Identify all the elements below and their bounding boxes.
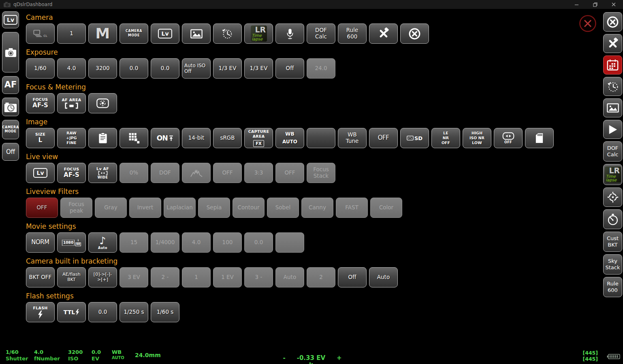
filter-sepia-button[interactable]: Sepia — [198, 198, 230, 218]
rail-lrtimelapse-button[interactable]: LRTimelapse — [603, 164, 622, 185]
rail-stopwatch-button[interactable] — [603, 209, 622, 229]
movie-shutter-button[interactable]: 1/4000 — [151, 232, 179, 253]
camera-mode-button[interactable]: CAMERA MODE — [119, 23, 148, 44]
memory-card-button[interactable] — [525, 128, 554, 148]
filter-fast-button[interactable]: FAST — [336, 198, 368, 218]
bkt-toggle-button[interactable]: BKT OFF — [26, 267, 55, 287]
long-exposure-nr-button[interactable]: LE NR OFF — [431, 128, 460, 148]
filter-canny-button[interactable]: Canny — [301, 198, 333, 218]
flash-button[interactable]: FLASH — [26, 302, 55, 322]
af-area-button[interactable]: AF AREA — [57, 93, 86, 113]
filter-focus-peak-button[interactable]: Focus peak — [60, 198, 92, 218]
focal-length-button[interactable]: 24.0 — [307, 58, 335, 79]
bkt-off-button[interactable]: Off — [338, 267, 367, 287]
aperture-button[interactable]: 4.0 — [57, 58, 86, 79]
flash-sync-speed-button[interactable]: 1/250 s — [119, 302, 148, 322]
bkt-1-button[interactable]: 1 — [182, 267, 211, 287]
bkt-3minus-button[interactable]: 3 - — [244, 267, 273, 287]
filter-contour-button[interactable]: Contour — [233, 198, 265, 218]
panel-close-button[interactable] — [579, 15, 597, 32]
filter-invert-button[interactable]: Invert — [129, 198, 161, 218]
close-button[interactable] — [604, 0, 623, 9]
rail-timer-button[interactable] — [603, 77, 622, 96]
drive-mode-button[interactable]: CL — [26, 23, 55, 44]
shutter-speed-button[interactable]: 1/60 — [26, 58, 55, 79]
movie-aperture-button[interactable]: 4.0 — [182, 232, 211, 253]
movie-quality-button[interactable]: NORM — [26, 232, 55, 253]
auto-iso-button[interactable]: Auto ISO Off — [182, 58, 211, 79]
lv-grid-button[interactable]: 3:3 — [244, 163, 273, 183]
ev-step-button[interactable]: 1/3 EV — [213, 58, 242, 79]
focus-mode-button[interactable]: FOCUSAF-S — [26, 93, 55, 113]
rail-sky-stack-button[interactable]: Sky Stack — [603, 254, 622, 275]
wb-tune-button[interactable]: WB Tune — [338, 128, 367, 148]
lv-overlay-button[interactable]: OFF — [213, 163, 242, 183]
lv-dof-button[interactable]: DOF — [151, 163, 179, 183]
disconnect-button[interactable] — [400, 23, 429, 44]
lv-zoom-button[interactable]: 0% — [119, 163, 148, 183]
rail-schedule-button[interactable] — [603, 55, 622, 75]
bkt-auto-button[interactable]: Auto — [275, 267, 304, 287]
image-quality-button[interactable]: RAW +JPG FINE — [57, 128, 86, 148]
rule600-button[interactable]: Rule 600 — [338, 23, 367, 44]
flash-mode-button[interactable]: TTL — [57, 302, 86, 322]
tools-button[interactable] — [369, 23, 398, 44]
restore-button[interactable] — [586, 0, 604, 9]
lrtimelapse-button[interactable]: LRTimelapse — [244, 23, 273, 44]
image-off-button[interactable]: OFF — [369, 128, 398, 148]
focus-stack-button[interactable]: Focus Stack — [307, 163, 335, 183]
high-iso-nr-button[interactable]: HIGH ISO NR LOW — [463, 128, 491, 148]
white-balance-button[interactable]: WB AUTO — [275, 128, 304, 148]
timelapse-button[interactable] — [213, 23, 242, 44]
rail-gallery-button[interactable] — [603, 98, 622, 117]
image-size-button[interactable]: SIZEL — [26, 128, 55, 148]
audio-note-button[interactable] — [275, 23, 304, 44]
metering-mode-button[interactable] — [88, 93, 117, 113]
movie-ev-button[interactable]: 0.0 — [244, 232, 273, 253]
rail-off-button[interactable]: Off — [2, 143, 19, 161]
movie-resolution-button[interactable]: 1080i60 — [57, 232, 86, 253]
ev-minus-button[interactable]: - — [283, 354, 285, 362]
dof-calc-button[interactable]: DOF Calc — [307, 23, 335, 44]
rail-rule600-button[interactable]: Rule 600 — [603, 277, 622, 297]
bit-depth-button[interactable]: 14-bit — [182, 128, 211, 148]
rail-camera-mode-button[interactable]: CAMERA MODE — [2, 120, 19, 139]
iso-button[interactable]: 3200 — [88, 58, 117, 79]
rail-play-button[interactable] — [603, 120, 622, 139]
movie-fps-button[interactable]: 15 — [119, 232, 148, 253]
filter-sobel-button[interactable]: Sobel — [267, 198, 299, 218]
bkt-3ev-button[interactable]: 3 EV — [119, 267, 148, 287]
live-view-button[interactable]: Lv — [151, 23, 179, 44]
bkt-ev-step-button[interactable]: 1/3 EV — [244, 58, 273, 79]
rail-timelapse-button[interactable] — [2, 98, 19, 116]
rail-settings-button[interactable] — [603, 34, 622, 53]
flash-comp-button[interactable]: 0.0 — [88, 302, 117, 322]
bkt-order-button[interactable]: [0]->[-]- >[+] — [88, 267, 117, 287]
easy-iso-button[interactable]: Off — [275, 58, 304, 79]
rail-af-button[interactable]: AF — [2, 76, 19, 94]
color-space-button[interactable]: sRGB — [213, 128, 242, 148]
filter-laplacian-button[interactable]: Laplacian — [164, 198, 196, 218]
bkt-2minus-button[interactable]: 2 - — [151, 267, 179, 287]
frame-count-button[interactable]: 1 — [57, 23, 86, 44]
rail-cust-bkt-button[interactable]: Cust BKT — [603, 232, 622, 252]
lv-histogram-button[interactable] — [182, 163, 211, 183]
flash-comp-button[interactable]: 0.0 — [151, 58, 179, 79]
exposure-comp-button[interactable]: 0.0 — [119, 58, 148, 79]
lv-focus-mode-button[interactable]: FOCUSAF-S — [57, 163, 86, 183]
filter-color-button[interactable]: Color — [370, 198, 402, 218]
rail-close-button[interactable] — [603, 12, 622, 32]
filter-gray-button[interactable]: Gray — [95, 198, 127, 218]
capture-area-button[interactable]: CAPTURE AREAFX — [244, 128, 273, 148]
rail-focus-target-button[interactable] — [603, 187, 622, 207]
bkt-1ev-button[interactable]: 1 EV — [213, 267, 242, 287]
image-blank-button[interactable] — [307, 128, 335, 148]
lv-toggle-button[interactable]: Lv — [26, 163, 55, 183]
image-preview-button[interactable] — [182, 23, 211, 44]
movie-audio-button[interactable]: ♪Auto — [88, 232, 117, 253]
rail-capture-button[interactable] — [2, 32, 19, 72]
d-lighting-button[interactable]: ON — [151, 128, 179, 148]
exposure-mode-button[interactable]: M — [88, 23, 117, 44]
minimize-button[interactable] — [567, 0, 586, 9]
movie-iso-button[interactable]: 100 — [213, 232, 242, 253]
